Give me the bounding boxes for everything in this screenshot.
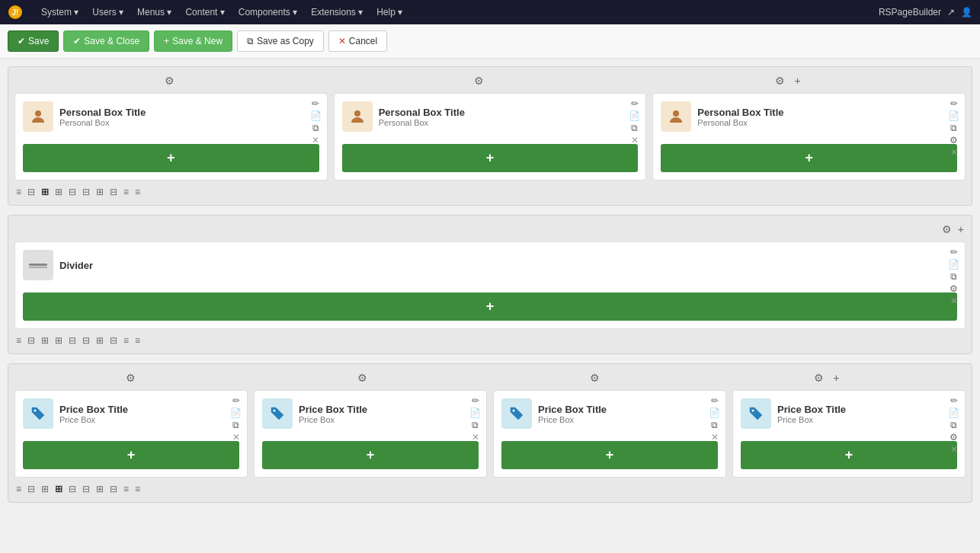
row3-col4-gear-icon[interactable]: ⚙: [812, 370, 825, 385]
layout-6col-icon[interactable]: ⊟: [81, 185, 91, 199]
r2-layout-9col-icon[interactable]: ≡: [122, 334, 130, 347]
delete-icon-1[interactable]: ✕: [311, 135, 320, 145]
add-to-col2-button[interactable]: +: [342, 144, 639, 172]
price-edit-icon-4[interactable]: ✏: [950, 395, 959, 406]
layout-9col-icon[interactable]: ≡: [122, 185, 130, 199]
nav-help[interactable]: Help ▾: [370, 4, 408, 21]
price-export-icon-2[interactable]: 📄: [469, 408, 482, 418]
copy-icon-3[interactable]: ⧉: [950, 123, 958, 133]
nav-users[interactable]: Users ▾: [86, 4, 130, 21]
r2-layout-4col-icon[interactable]: ⊞: [53, 334, 64, 347]
r3-layout-10col-icon[interactable]: ≡: [133, 482, 142, 496]
delete-icon-3[interactable]: ✕: [950, 147, 959, 158]
divider-text: Divider: [59, 260, 93, 271]
row2-add-icon[interactable]: +: [956, 222, 966, 237]
r3-layout-5col-icon[interactable]: ⊟: [67, 482, 78, 496]
add-to-divider-button[interactable]: +: [23, 292, 957, 321]
gear-icon-3[interactable]: ⚙: [949, 135, 959, 145]
price-delete-icon-1[interactable]: ✕: [232, 432, 241, 443]
price-copy-icon-3[interactable]: ⧉: [710, 420, 719, 430]
price-edit-icon-2[interactable]: ✏: [471, 395, 480, 406]
add-to-price-col3-button[interactable]: +: [501, 441, 718, 469]
edit-icon-2[interactable]: ✏: [630, 98, 639, 109]
copy-icon-1[interactable]: ⧉: [312, 123, 320, 133]
copy-icon-2[interactable]: ⧉: [630, 123, 639, 133]
nav-content[interactable]: Content ▾: [179, 4, 230, 21]
add-to-col3-button[interactable]: +: [661, 144, 957, 172]
r3-layout-8col-icon[interactable]: ⊟: [108, 482, 119, 496]
price-export-icon-3[interactable]: 📄: [708, 408, 721, 418]
price-gear-icon-4[interactable]: ⚙: [949, 432, 959, 443]
r3-layout-2col-icon[interactable]: ⊟: [26, 482, 37, 496]
save-new-button[interactable]: + Save & New: [154, 30, 232, 52]
divider-export-icon[interactable]: 📄: [947, 259, 960, 270]
row1-col2: Personal Box Title Personal Box ✏ 📄 ⧉ ✕ …: [334, 93, 647, 181]
price-copy-icon-1[interactable]: ⧉: [232, 420, 240, 430]
layout-10col-icon[interactable]: ≡: [133, 185, 142, 199]
price-delete-icon-3[interactable]: ✕: [710, 432, 719, 443]
svg-rect-6: [29, 267, 47, 268]
price-edit-icon-3[interactable]: ✏: [710, 395, 719, 406]
row3-add-col-icon[interactable]: +: [831, 370, 841, 385]
divider-gear-icon[interactable]: ⚙: [949, 283, 959, 294]
divider-edit-icon[interactable]: ✏: [950, 247, 959, 257]
edit-icon-1[interactable]: ✏: [311, 98, 320, 109]
row3-col2-gear-icon[interactable]: ⚙: [356, 370, 369, 385]
price-export-icon-1[interactable]: 📄: [229, 408, 242, 418]
r3-layout-6col-icon[interactable]: ⊟: [81, 482, 91, 496]
nav-extensions[interactable]: Extensions ▾: [305, 4, 369, 21]
r2-layout-3col-icon[interactable]: ⊞: [40, 334, 50, 347]
r3-layout-3col-icon[interactable]: ⊞: [40, 482, 50, 496]
r2-layout-7col-icon[interactable]: ⊞: [94, 334, 105, 347]
r2-layout-8col-icon[interactable]: ⊟: [108, 334, 119, 347]
col1-3-gear-icon[interactable]: ⚙: [773, 73, 786, 88]
nav-menus[interactable]: Menus ▾: [131, 4, 178, 21]
delete-icon-2[interactable]: ✕: [630, 135, 639, 145]
save-button[interactable]: ✔ Save: [8, 30, 59, 52]
r2-layout-5col-icon[interactable]: ⊟: [67, 334, 78, 347]
divider-delete-icon[interactable]: ✕: [950, 296, 959, 306]
divider-header: Divider: [23, 250, 957, 280]
add-to-col1-button[interactable]: +: [23, 144, 319, 172]
price-edit-icon-1[interactable]: ✏: [232, 395, 241, 406]
price-copy-icon-2[interactable]: ⧉: [471, 420, 479, 430]
nav-system[interactable]: System ▾: [35, 4, 85, 21]
r2-layout-1col-icon[interactable]: ≡: [14, 334, 23, 347]
row1-add-col-icon[interactable]: +: [793, 73, 802, 88]
add-to-price-col2-button[interactable]: +: [262, 441, 479, 469]
divider-copy-icon[interactable]: ⧉: [950, 271, 958, 282]
price-delete-icon-2[interactable]: ✕: [471, 432, 480, 443]
price-export-icon-4[interactable]: 📄: [947, 408, 960, 418]
row3-col1-gear-icon[interactable]: ⚙: [124, 370, 137, 385]
r2-layout-2col-icon[interactable]: ⊟: [26, 334, 37, 347]
cancel-button[interactable]: ✕ Cancel: [328, 30, 387, 52]
col1-1-gear-icon[interactable]: ⚙: [163, 73, 176, 88]
layout-8col-icon[interactable]: ⊟: [108, 185, 119, 199]
layout-2col-icon[interactable]: ⊟: [26, 185, 37, 199]
export-icon-1[interactable]: 📄: [309, 110, 322, 121]
r3-layout-7col-icon[interactable]: ⊞: [94, 482, 105, 496]
col1-2-gear-icon[interactable]: ⚙: [472, 73, 485, 88]
r2-layout-6col-icon[interactable]: ⊟: [81, 334, 91, 347]
r2-layout-10col-icon[interactable]: ≡: [133, 334, 142, 347]
layout-7col-icon[interactable]: ⊞: [94, 185, 105, 199]
layout-5col-icon[interactable]: ⊟: [67, 185, 78, 199]
row2-gear-icon[interactable]: ⚙: [940, 222, 953, 237]
price-delete-icon-4[interactable]: ✕: [950, 444, 959, 455]
add-to-price-col4-button[interactable]: +: [741, 441, 957, 469]
nav-components[interactable]: Components ▾: [232, 4, 303, 21]
r3-layout-9col-icon[interactable]: ≡: [122, 482, 130, 496]
export-icon-3[interactable]: 📄: [947, 110, 960, 121]
r3-layout-4col-icon[interactable]: ⊞: [53, 482, 64, 496]
layout-3col-icon[interactable]: ⊞: [40, 185, 50, 199]
layout-4col-icon[interactable]: ⊞: [53, 185, 64, 199]
save-copy-button[interactable]: ⧉ Save as Copy: [237, 30, 324, 52]
layout-1col-icon[interactable]: ≡: [14, 185, 23, 199]
row3-col3-gear-icon[interactable]: ⚙: [588, 370, 601, 385]
add-to-price-col1-button[interactable]: +: [23, 441, 239, 469]
r3-layout-1col-icon[interactable]: ≡: [14, 482, 23, 496]
price-copy-icon-4[interactable]: ⧉: [950, 420, 958, 430]
edit-icon-3[interactable]: ✏: [950, 98, 959, 109]
export-icon-2[interactable]: 📄: [628, 110, 641, 121]
save-close-button[interactable]: ✔ Save & Close: [63, 30, 149, 52]
